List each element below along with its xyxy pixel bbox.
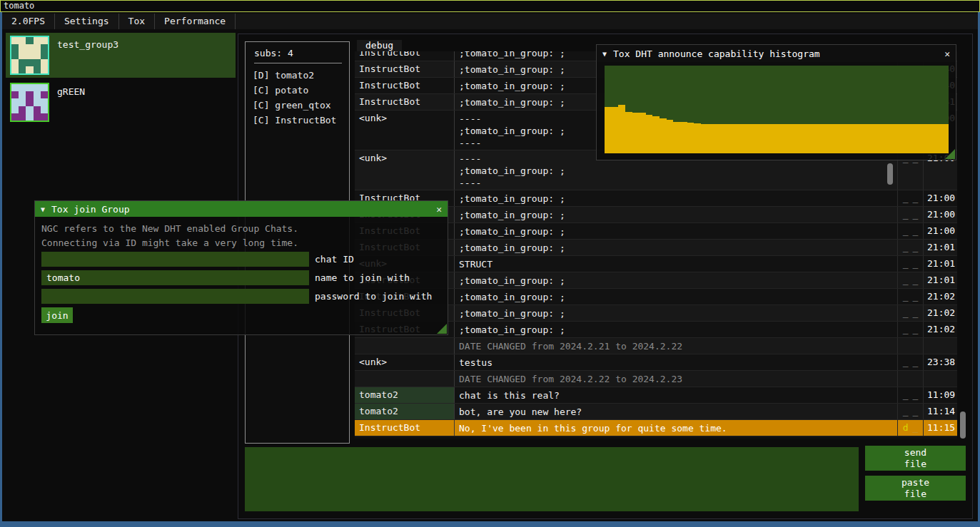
receipt-flag: _ bbox=[913, 307, 919, 321]
dht-histogram-titlebar: ▼ Tox DHT announce capability histogram … bbox=[597, 45, 956, 62]
window-title: tomato bbox=[4, 1, 34, 11]
chat-row[interactable]: tomato2bot, are you new here?__11:14 bbox=[355, 404, 957, 420]
histogram-bar bbox=[722, 124, 729, 153]
join-name-label: name to join with bbox=[315, 272, 410, 283]
receipt-flag: _ bbox=[903, 389, 909, 403]
chat-scrollbar[interactable] bbox=[960, 411, 966, 439]
histogram-bar bbox=[777, 124, 784, 153]
group-item-test-group3[interactable]: test_group3 bbox=[6, 33, 236, 78]
message-receipt: __ bbox=[897, 289, 923, 305]
join-group-titlebar: ▼ Tox join Group ✕ bbox=[35, 201, 448, 217]
message-receipt: __ bbox=[897, 223, 923, 239]
message-text: ;tomato_in_group: ; bbox=[455, 207, 897, 222]
collapse-arrow-icon[interactable]: ▼ bbox=[602, 50, 607, 58]
chat-row[interactable]: tomato2chat is this real?__11:09 bbox=[355, 387, 957, 404]
dht-histogram-title: Tox DHT announce capability histogram bbox=[613, 48, 820, 59]
histogram-bar bbox=[652, 116, 660, 153]
message-time: 21:02 bbox=[923, 289, 957, 305]
avatar-pixel bbox=[11, 66, 19, 73]
chat-id-label: chat ID bbox=[315, 254, 354, 265]
avatar-pixel bbox=[19, 51, 26, 58]
avatar-pixel bbox=[26, 59, 33, 66]
receipt-flag: _ bbox=[913, 193, 919, 206]
histogram-bar bbox=[618, 105, 625, 153]
menu-item-2-0fps[interactable]: 2.0FPS bbox=[2, 14, 55, 29]
join-password-field[interactable] bbox=[41, 289, 309, 304]
join-button[interactable]: join bbox=[41, 307, 73, 323]
histogram-bar bbox=[818, 124, 825, 153]
histogram-bar bbox=[790, 124, 797, 153]
menu-item-settings[interactable]: Settings bbox=[55, 14, 119, 29]
message-author: InstructBot bbox=[355, 61, 455, 77]
avatar-pixel bbox=[34, 44, 41, 51]
avatar-pixel bbox=[34, 106, 41, 113]
message-author: tomato2 bbox=[355, 404, 455, 419]
collapse-arrow-icon[interactable]: ▼ bbox=[41, 205, 45, 213]
date-separator-row[interactable]: DATE CHANGED from 2024.2.21 to 2024.2.22 bbox=[355, 338, 957, 354]
avatar-pixel bbox=[19, 44, 26, 51]
avatar-pixel bbox=[41, 84, 48, 91]
message-time: 21:02 bbox=[923, 305, 957, 321]
histogram-bar bbox=[825, 124, 832, 153]
histogram-plot bbox=[605, 66, 949, 153]
histogram-bar bbox=[708, 124, 715, 153]
message-input[interactable] bbox=[245, 447, 859, 511]
message-column-scrollbar[interactable] bbox=[887, 163, 893, 185]
menu-bar: 2.0FPSSettingsToxPerformance bbox=[2, 14, 978, 29]
date-separator-row[interactable]: DATE CHANGED from 2024.2.22 to 2024.2.23 bbox=[355, 371, 957, 387]
chat-id-field[interactable] bbox=[41, 252, 309, 267]
avatar-pixel bbox=[19, 113, 26, 121]
receipt-flag: _ bbox=[903, 242, 909, 255]
subs-member-tomato2[interactable]: [D] tomato2 bbox=[246, 68, 349, 83]
join-name-field[interactable] bbox=[41, 270, 309, 285]
histogram-bar bbox=[714, 124, 722, 153]
group-avatar bbox=[10, 36, 49, 75]
paste-file-button[interactable]: paste file bbox=[865, 476, 966, 501]
avatar-pixel bbox=[34, 59, 41, 66]
window-border-bottom bbox=[0, 521, 980, 527]
message-receipt: __ bbox=[897, 190, 923, 206]
histogram-bar bbox=[873, 124, 880, 153]
avatar-pixel bbox=[34, 51, 41, 58]
receipt-flag: d bbox=[903, 422, 909, 436]
close-icon[interactable]: ✕ bbox=[436, 204, 442, 215]
avatar-pixel bbox=[19, 91, 26, 98]
chat-row[interactable]: InstructBotNo, I've been in this group f… bbox=[355, 420, 957, 436]
subs-member-instructbot[interactable]: [C] InstructBot bbox=[246, 113, 349, 128]
tab-debug[interactable]: debug bbox=[357, 40, 402, 51]
window-titlebar: tomato bbox=[0, 0, 980, 12]
histogram-bar bbox=[673, 122, 680, 153]
date-changed-text: DATE CHANGED from 2024.2.21 to 2024.2.22 bbox=[455, 338, 897, 354]
receipt-cell bbox=[897, 371, 923, 387]
avatar-pixel bbox=[26, 98, 33, 106]
subs-member-green-qtox[interactable]: [C] green_qtox bbox=[246, 98, 349, 113]
histogram-bar bbox=[639, 113, 646, 153]
subs-member-potato[interactable]: [C] potato bbox=[246, 83, 349, 98]
group-item-green[interactable]: gREEN bbox=[6, 80, 236, 125]
message-text: ;tomato_in_group: ; bbox=[455, 272, 897, 288]
histogram-bar bbox=[894, 124, 901, 153]
message-text: chat is this real? bbox=[455, 387, 897, 403]
message-receipt: __ bbox=[897, 240, 923, 255]
avatar-pixel bbox=[34, 98, 41, 106]
message-time: 23:38 bbox=[923, 354, 957, 370]
message-text: ;tomato_in_group: ; bbox=[455, 322, 897, 337]
message-author: InstructBot bbox=[355, 420, 455, 436]
menu-item-tox[interactable]: Tox bbox=[119, 14, 155, 29]
send-file-button[interactable]: send file bbox=[865, 446, 966, 471]
histogram-bar bbox=[852, 124, 859, 153]
avatar-pixel bbox=[34, 113, 41, 121]
message-author: InstructBot bbox=[355, 94, 455, 110]
avatar-pixel bbox=[41, 106, 48, 113]
resize-grip-icon[interactable] bbox=[945, 149, 955, 159]
histogram-bar bbox=[735, 124, 742, 153]
chat-row[interactable]: <unk>testus__23:38 bbox=[355, 354, 957, 371]
author-cell bbox=[355, 371, 455, 387]
histogram-bar bbox=[660, 118, 667, 153]
close-icon[interactable]: ✕ bbox=[944, 48, 950, 59]
menu-item-performance[interactable]: Performance bbox=[155, 14, 236, 29]
receipt-flag: _ bbox=[913, 324, 919, 337]
resize-grip-icon[interactable] bbox=[437, 324, 447, 334]
groups-sidebar: test_group3gREEN bbox=[6, 33, 236, 127]
avatar-pixel bbox=[26, 44, 33, 51]
